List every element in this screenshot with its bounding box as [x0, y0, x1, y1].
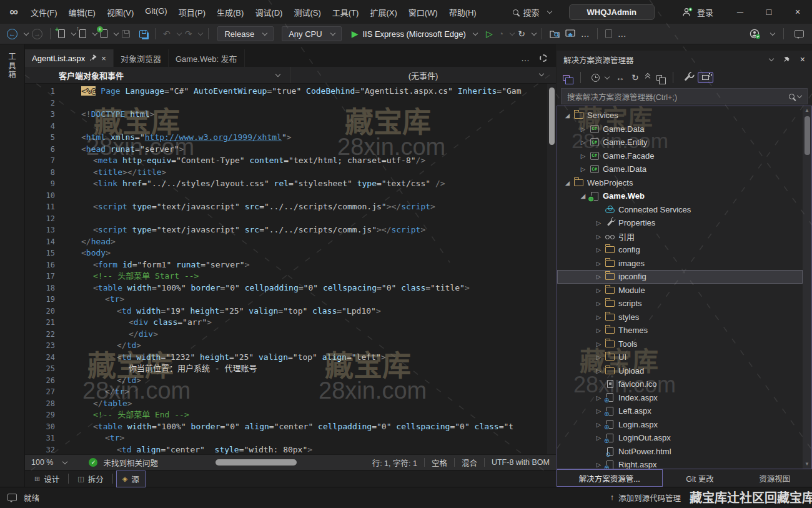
solution-platform-dropdown[interactable]: Any CPU: [282, 26, 341, 41]
back-dropdown-chevron-icon[interactable]: [24, 30, 29, 35]
account-button[interactable]: [748, 26, 763, 42]
close-button[interactable]: ×: [783, 0, 812, 24]
tree-item[interactable]: ▷Right.aspx: [557, 458, 803, 469]
expander-open-icon[interactable]: ◢: [578, 192, 588, 199]
expander-closed-icon[interactable]: ▷: [578, 126, 588, 132]
tree-item[interactable]: ▷Left.aspx: [557, 404, 803, 418]
encoding[interactable]: UTF-8 with BOM: [492, 458, 550, 467]
maximize-button[interactable]: □: [755, 0, 783, 24]
tree-item[interactable]: ▷Game.IData: [557, 162, 803, 176]
expander-closed-icon[interactable]: ▷: [593, 421, 604, 428]
tree-item[interactable]: ▷Game.Entity: [557, 136, 803, 149]
expander-closed-icon[interactable]: ▷: [578, 152, 588, 159]
menu-item[interactable]: 编辑(E): [63, 4, 101, 21]
expander-closed-icon[interactable]: ▷: [593, 246, 604, 253]
tree-item[interactable]: ◢WebProjects: [557, 176, 803, 190]
expander-closed-icon[interactable]: ▷: [593, 327, 604, 334]
view-tab-split[interactable]: 拆分: [72, 471, 109, 487]
tree-item[interactable]: ▷Upload: [557, 364, 803, 378]
events-dropdown[interactable]: (无事件): [290, 67, 556, 83]
add-to-source-control-button[interactable]: ↑ 添加到源代码管理: [610, 492, 681, 504]
account-dropdown-chevron-icon[interactable]: [770, 30, 775, 35]
expander-closed-icon[interactable]: ▷: [593, 341, 604, 347]
document-outline-button[interactable]: [603, 26, 614, 42]
performance-profiler-button[interactable]: ◔: [497, 26, 505, 42]
tree-item[interactable]: ▷Game.Data: [557, 122, 803, 136]
settings-gear-icon[interactable]: [540, 54, 547, 62]
add-new-item-button[interactable]: [99, 26, 109, 42]
toolbox-tab[interactable]: 工具箱: [6, 52, 17, 80]
menu-item[interactable]: 调试(D): [249, 4, 288, 21]
pin-icon[interactable]: [783, 56, 790, 63]
refresh-button[interactable]: ↻: [516, 26, 527, 42]
search-box[interactable]: 搜索: [507, 4, 558, 21]
tree-item[interactable]: ▷Themes: [557, 324, 803, 337]
expander-closed-icon[interactable]: ▷: [578, 166, 588, 172]
navigate-forward-button[interactable]: →: [30, 26, 44, 42]
expander-closed-icon[interactable]: ▷: [593, 367, 604, 374]
tree-item[interactable]: ▷UI: [557, 351, 803, 364]
caret-position[interactable]: 行: 1, 字符: 1: [372, 457, 417, 469]
expander-open-icon[interactable]: ◢: [562, 112, 573, 119]
tree-item[interactable]: NotPower.html: [557, 445, 803, 459]
editor-vertical-scrollbar[interactable]: [547, 84, 556, 454]
show-all-files-icon[interactable]: [656, 75, 662, 81]
tab-overflow-icon[interactable]: …: [521, 54, 530, 62]
expander-closed-icon[interactable]: ▷: [593, 461, 604, 468]
menu-item[interactable]: 窗口(W): [403, 4, 443, 21]
send-feedback-button[interactable]: [793, 26, 806, 42]
refresh-dropdown-chevron-icon[interactable]: [532, 30, 537, 35]
tree-item[interactable]: ▷images: [557, 257, 803, 271]
expander-closed-icon[interactable]: ▷: [593, 260, 604, 267]
refresh-icon[interactable]: ↻: [631, 73, 639, 82]
menu-item[interactable]: 视图(V): [101, 4, 139, 21]
search-options-chevron-icon[interactable]: [797, 92, 802, 97]
menu-item[interactable]: 项目(P): [173, 4, 211, 21]
start-debugging-button[interactable]: ▶ IIS Express (Microsoft Edge): [347, 29, 482, 39]
tree-item[interactable]: ◢Services: [557, 109, 803, 122]
tree-item[interactable]: ◢Game.Web: [557, 189, 803, 203]
switch-views-icon[interactable]: [563, 75, 570, 81]
preview-selected-items-button[interactable]: [698, 72, 713, 83]
expander-closed-icon[interactable]: ▷: [578, 139, 588, 146]
redo-button[interactable]: ↷: [183, 26, 194, 42]
navigate-back-button[interactable]: ←: [5, 26, 19, 42]
add-dropdown-chevron-icon[interactable]: [114, 30, 119, 35]
tree-item[interactable]: ▷LoginOut.aspx: [557, 431, 803, 445]
menu-item[interactable]: 工具(T): [327, 4, 365, 21]
expander-closed-icon[interactable]: ▷: [593, 434, 604, 441]
solution-explorer-search-input[interactable]: 搜索解决方案资源管理器(Ctrl+;): [561, 88, 808, 104]
client-objects-dropdown[interactable]: 客户端对象和事件: [25, 67, 290, 83]
properties-wrench-icon[interactable]: [684, 74, 690, 81]
expander-closed-icon[interactable]: ▷: [593, 233, 604, 240]
minimize-button[interactable]: ─: [726, 0, 755, 24]
menu-item[interactable]: Git(G): [139, 4, 172, 21]
collapse-all-icon[interactable]: [646, 76, 650, 80]
solution-configuration-dropdown[interactable]: Release: [217, 26, 274, 41]
scroll-up-arrow-icon[interactable]: ▲: [805, 108, 810, 113]
editor-horizontal-scrollbar[interactable]: [215, 459, 297, 466]
scroll-down-arrow-icon[interactable]: ▼: [805, 462, 810, 467]
whitespace-mode[interactable]: 空格: [432, 457, 447, 469]
tool-window-tab[interactable]: 解决方案资源管...: [557, 469, 663, 487]
undo-dropdown-chevron-icon[interactable]: [176, 30, 181, 35]
panel-chevron-icon[interactable]: [769, 56, 774, 61]
tree-item[interactable]: ▷Game.Facade: [557, 149, 803, 163]
code-editor[interactable]: 1<%@ Page Language="C#" AutoEventWireup=…: [25, 84, 556, 454]
problems-status[interactable]: 未找到相关问题: [103, 457, 158, 469]
toolbar-overflow-button-2[interactable]: …: [616, 26, 628, 42]
tool-window-tab[interactable]: 资源视图: [737, 469, 812, 487]
feedback-icon[interactable]: [7, 494, 17, 501]
scrollbar-thumb[interactable]: [805, 116, 810, 155]
tree-item[interactable]: Connected Services: [557, 203, 803, 217]
expander-open-icon[interactable]: ◢: [562, 179, 573, 186]
tree-item[interactable]: ▷config: [557, 243, 803, 257]
editor-tab[interactable]: AgentList.aspx×: [25, 49, 114, 67]
close-tab-icon[interactable]: ×: [101, 54, 106, 62]
tree-item[interactable]: ▷styles: [557, 311, 803, 324]
toolbar-overflow-button[interactable]: …: [579, 26, 592, 42]
menu-item[interactable]: 扩展(X): [364, 4, 402, 21]
open-file-button[interactable]: [77, 26, 88, 42]
start-without-debugging-button[interactable]: ▷: [484, 26, 495, 42]
menu-item[interactable]: 帮助(H): [443, 4, 482, 21]
